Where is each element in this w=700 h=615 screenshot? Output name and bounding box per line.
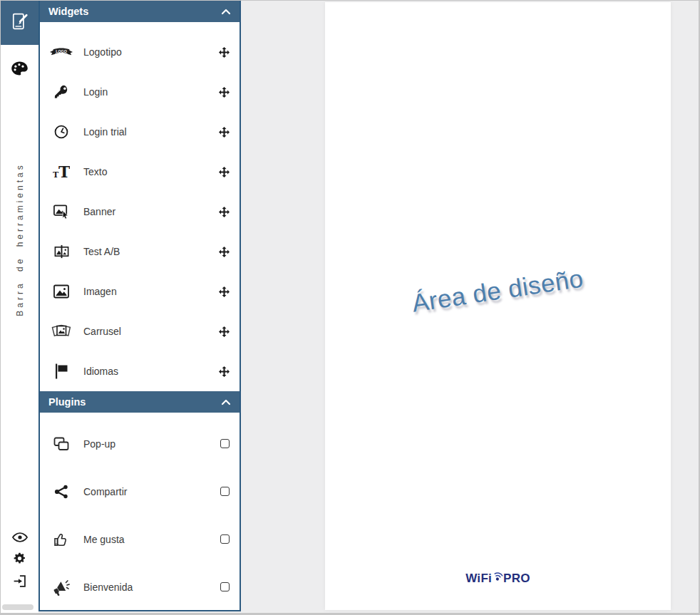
widget-item-label: Imagen — [83, 286, 219, 297]
gear-icon — [12, 551, 27, 566]
palette-icon — [10, 59, 29, 81]
tablet-edit-icon — [11, 12, 29, 33]
toolbar-bottom-actions — [1, 532, 38, 589]
design-canvas[interactable]: Área de diseño WiFi PRO — [325, 2, 671, 610]
move-arrows-icon[interactable] — [219, 127, 230, 138]
widget-item-idiomas[interactable]: Idiomas — [40, 351, 240, 391]
share-nodes-icon — [48, 483, 74, 500]
design-area-watermark: Área de diseño — [410, 264, 585, 317]
widgets-section-header[interactable]: Widgets — [40, 1, 240, 22]
chevron-up-icon[interactable] — [221, 398, 231, 405]
move-arrows-icon[interactable] — [219, 366, 230, 377]
svg-text:T: T — [53, 170, 59, 180]
widget-item-imagen[interactable]: Imagen — [40, 272, 240, 311]
svg-text:LOGO: LOGO — [56, 48, 67, 53]
toolbar-vertical-title-text: Barra de herramientas — [15, 162, 25, 316]
plugin-checkbox[interactable] — [220, 487, 230, 496]
logo-ribbon-icon: LOGO — [48, 46, 74, 59]
plugin-checkbox[interactable] — [220, 439, 230, 448]
widget-item-label: Test A/B — [83, 246, 219, 257]
move-arrows-icon[interactable] — [219, 87, 230, 98]
widgets-section-title: Widgets — [48, 6, 88, 17]
widget-item-label: Idiomas — [83, 366, 219, 377]
widget-item-banner[interactable]: Banner — [40, 192, 240, 232]
settings-button[interactable] — [12, 551, 27, 566]
widget-item-label: Login — [83, 86, 219, 98]
widget-item-label: Banner — [83, 206, 219, 217]
toolbar-vertical-title: Barra de herramientas — [1, 129, 38, 350]
move-arrows-icon[interactable] — [219, 326, 230, 337]
chevron-up-icon[interactable] — [221, 8, 231, 15]
text-icon: T T — [48, 164, 74, 180]
widget-item-logotipo[interactable]: LOGO Logotipo — [40, 32, 240, 72]
widget-item-label: Login trial — [83, 126, 219, 138]
plugin-item-me-gusta[interactable]: Me gusta — [40, 515, 240, 563]
toolbar-strip: Barra de herramientas — [1, 1, 38, 613]
flag-icon — [48, 363, 74, 380]
widget-item-carrusel[interactable]: Carrusel — [40, 311, 240, 351]
widget-item-label: Logotipo — [83, 46, 219, 58]
plugins-section-header[interactable]: Plugins — [40, 391, 240, 413]
move-arrows-icon[interactable] — [219, 207, 230, 217]
move-arrows-icon[interactable] — [219, 286, 230, 297]
editor-window: Barra de herramientas — [0, 0, 700, 615]
move-arrows-icon[interactable] — [219, 167, 230, 177]
sign-out-icon — [12, 574, 27, 589]
widget-item-test-ab[interactable]: Test A/B — [40, 232, 240, 272]
design-mode-button[interactable] — [1, 1, 38, 45]
preview-button[interactable] — [11, 532, 29, 543]
wifi-pro-logo[interactable]: WiFi PRO — [325, 569, 671, 584]
move-arrows-icon[interactable] — [219, 247, 230, 257]
split-image-icon — [48, 244, 74, 260]
key-icon — [48, 84, 74, 100]
widget-item-label: Texto — [83, 166, 219, 177]
logo-text-suffix: PRO — [503, 572, 530, 584]
plugin-item-popup[interactable]: Pop-up — [40, 420, 240, 467]
move-arrows-icon[interactable] — [219, 47, 230, 58]
megaphone-icon — [48, 579, 74, 596]
plugin-item-bienvenida[interactable]: Bienvenida — [40, 563, 240, 611]
plugin-checkbox[interactable] — [220, 534, 230, 544]
plugins-section-title: Plugins — [48, 396, 86, 408]
thumbs-up-icon — [48, 531, 74, 548]
widget-item-texto[interactable]: T T Texto — [40, 152, 240, 192]
photo-stack-icon — [48, 323, 74, 340]
plugins-list: Pop-up Compartir — [40, 413, 240, 611]
plugin-item-label: Bienvenida — [83, 582, 220, 593]
logo-text-prefix: WiFi — [465, 572, 492, 584]
popup-windows-icon — [48, 436, 74, 452]
widget-item-login[interactable]: Login — [40, 72, 240, 112]
plugin-item-label: Me gusta — [83, 534, 220, 545]
image-icon — [48, 284, 74, 299]
theme-palette-button[interactable] — [1, 59, 38, 81]
clock-icon — [48, 124, 74, 140]
logout-button[interactable] — [12, 574, 27, 589]
widget-item-label: Carrusel — [83, 326, 219, 337]
plugin-item-label: Pop-up — [83, 438, 220, 450]
widget-item-login-trial[interactable]: Login trial — [40, 112, 240, 152]
banner-cursor-icon — [48, 203, 74, 220]
components-panel: Widgets LOGO Logotipo — [38, 1, 241, 611]
plugin-item-label: Compartir — [83, 486, 220, 497]
eye-icon — [11, 532, 29, 543]
widgets-list: LOGO Logotipo Login — [40, 22, 240, 391]
svg-text:T: T — [58, 164, 70, 180]
wifi-dot-icon — [492, 569, 503, 584]
toolbar-scrollbar[interactable] — [2, 604, 34, 610]
plugin-checkbox[interactable] — [220, 582, 230, 591]
plugin-item-compartir[interactable]: Compartir — [40, 467, 240, 515]
